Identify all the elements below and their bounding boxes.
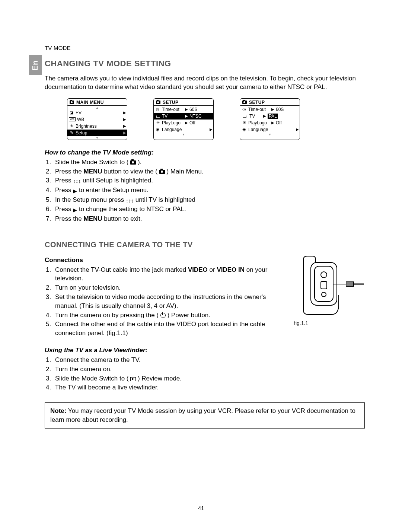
camera-port-illustration (294, 254, 365, 318)
chevron-right-icon: ▶ (185, 121, 188, 125)
step: Press the MENU button to view the ( ) Ma… (53, 167, 365, 176)
step-text-bold: VIDEO IN (217, 266, 245, 273)
chevron-right-icon: ▶ (123, 111, 126, 115)
connections-steps: Connect the TV-Out cable into the jack m… (45, 265, 283, 338)
setup-value: Off (189, 120, 212, 125)
setup-row-tv: ⌴ TV ▶ PAL (240, 113, 300, 120)
step: Slide the Mode Switch to ( ). (53, 158, 365, 167)
step-text: to enter the Setup menu. (79, 187, 149, 194)
tv-icon: ⌴ (242, 114, 247, 118)
setup-menu-title: SETUP (154, 99, 213, 105)
step-text: Press the (55, 215, 84, 222)
step-text: ) Main Menu. (166, 168, 203, 175)
setup-row-timeout: ◷ Time-out ▶ 60S (240, 106, 300, 113)
chevron-right-icon: ▶ (271, 107, 274, 111)
setup-value: NTSC (189, 114, 212, 119)
camera-icon (70, 101, 74, 104)
clock-icon: ◷ (242, 107, 247, 112)
up-down-arrows-icon: ↕↕↕ (126, 197, 134, 205)
language-tab-label: En (31, 60, 40, 70)
chevron-right-icon: ▶ (185, 114, 188, 118)
setup-label: PlayLogo (248, 120, 270, 125)
chevron-right-icon: ▶ (123, 124, 126, 128)
chevron-right-icon: ▶ (123, 131, 126, 135)
figure-caption: fig.1.1 (294, 320, 365, 326)
setup-label: Language (248, 127, 298, 132)
viewfinder-steps: Connect the camera to the TV. Turn the c… (45, 356, 365, 392)
setup-label: Language (162, 127, 212, 132)
setup-icon: ✎ (69, 130, 74, 135)
how-to-change-heading: How to change the TV Mode setting: (45, 149, 365, 156)
step: In the Setup menu press ↕↕↕ until TV is … (53, 195, 365, 205)
step-text-bold: MENU (84, 168, 102, 175)
connections-heading: Connections (45, 257, 283, 264)
step-text: ) Review mode. (138, 375, 182, 382)
step-text: button to exit. (104, 215, 142, 222)
how-to-change-steps: Slide the Mode Switch to ( ). Press the … (45, 158, 365, 223)
chevron-right-icon: ▶ (263, 114, 266, 118)
step-text: or (210, 266, 217, 273)
setup-row-language: ◉ Language ▶ (240, 126, 300, 133)
step-text: Slide the Mode Switch to ( (55, 375, 130, 382)
step: Connect the other end of the cable into … (53, 320, 283, 338)
chevron-right-icon: ▶ (123, 117, 126, 121)
setup-menu-title: SETUP (240, 99, 300, 105)
setup-row-language: ◉ Language ▶ (154, 126, 213, 133)
setup-value: Off (276, 120, 298, 125)
clock-icon: ◷ (155, 107, 160, 112)
step-text: ) Power button. (168, 312, 210, 319)
setup-label: TV (248, 114, 262, 119)
step: Connect the camera to the TV. (53, 356, 365, 364)
setup-label: Time-out (162, 107, 184, 112)
step: Connect the TV-Out cable into the jack m… (53, 265, 283, 283)
note-box: Note: You may record your TV Mode sessio… (45, 402, 365, 429)
main-menu-item-wb: WB WB ▶ (67, 116, 127, 123)
main-menu-item-ev: ◪ EV ▶ (67, 109, 127, 116)
main-menu-title: MAIN MENU (67, 99, 127, 105)
main-menu-label: WB (77, 117, 99, 122)
step-text: Slide the Mode Switch to ( (55, 159, 130, 166)
setup-row-timeout: ◷ Time-out ▶ 60S (154, 106, 213, 113)
setup-menu-pal: SETUP ◷ Time-out ▶ 60S ⌴ TV ▶ PAL ✳ Play… (240, 98, 300, 140)
setup-value: 60S (189, 107, 212, 112)
step: Slide the Mode Switch to ( ) Review mode… (53, 374, 365, 383)
note-label: Note: (50, 407, 66, 414)
language-tab: En (29, 55, 42, 75)
brightness-icon: ✳ (69, 124, 74, 128)
right-arrow-icon: ▶ (73, 188, 77, 195)
main-menu-box: MAIN MENU ▲ ◪ EV ▶ WB WB ▶ ✳ Brightness … (67, 98, 127, 140)
camera-icon (156, 101, 160, 104)
step: The TV will become a live viewfinder. (53, 383, 365, 392)
scroll-down-icon: ▼ (240, 133, 300, 136)
step: Turn the camera on by pressing the ( ) P… (53, 311, 283, 320)
chevron-right-icon: ▶ (271, 121, 274, 125)
page-number: 41 (0, 505, 402, 511)
chevron-right-icon: ▶ (210, 127, 213, 131)
setup-menu-title-text: SETUP (163, 100, 179, 105)
setup-menu-ntsc: SETUP ◷ Time-out ▶ 60S ⌴ TV ▶ NTSC ✳ Pla… (153, 98, 214, 140)
step-text: Press (55, 177, 73, 184)
step-text: Press (55, 206, 73, 213)
globe-icon: ◉ (155, 127, 160, 132)
main-menu-item-brightness: ✳ Brightness ▶ (67, 123, 127, 130)
setup-menu-title-text: SETUP (249, 100, 265, 105)
main-menu-label: Setup (76, 130, 97, 136)
figure-1-1: fig.1.1 (294, 254, 365, 326)
camera-icon (159, 170, 165, 174)
step-text: Press (55, 187, 73, 194)
right-arrow-icon: ▶ (73, 207, 77, 214)
svg-point-2 (321, 272, 327, 278)
globe-icon: ◉ (242, 127, 247, 132)
step-text: Turn the camera on by pressing the ( (55, 312, 160, 319)
up-down-arrows-icon: ↕↕↕ (73, 178, 81, 185)
step-text: Connect the TV-Out cable into the jack m… (55, 266, 188, 273)
step-text: Press the (55, 168, 84, 175)
step: Set the television to video mode accordi… (53, 293, 283, 310)
main-menu-item-setup: ✎ Setup ▶ (67, 130, 127, 136)
step-text-bold: MENU (84, 215, 102, 222)
svg-rect-3 (321, 281, 327, 289)
chevron-right-icon: ▶ (185, 107, 188, 111)
header-section: TV MODE (45, 45, 365, 52)
step: Press ↕↕↕ until Setup is highlighted. (53, 176, 365, 185)
step-text-bold: VIDEO (188, 266, 208, 273)
